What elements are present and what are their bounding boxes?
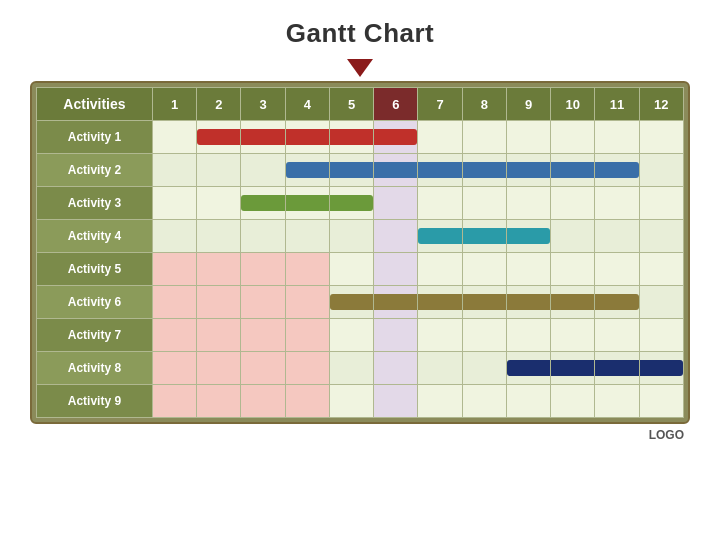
cell-1-1	[152, 154, 196, 187]
gantt-bar	[595, 294, 638, 310]
gantt-bar	[418, 228, 461, 244]
activity-label: Activity 5	[37, 253, 153, 286]
cell-3-12	[639, 220, 683, 253]
gantt-bar	[241, 129, 284, 145]
cell-3-11	[595, 220, 639, 253]
gantt-bar	[330, 195, 373, 211]
cell-0-9	[506, 121, 550, 154]
cell-3-9	[506, 220, 550, 253]
col-header-8: 8	[462, 88, 506, 121]
cell-2-10	[551, 187, 595, 220]
cell-4-11	[595, 253, 639, 286]
col-header-1: 1	[152, 88, 196, 121]
cell-8-10	[551, 385, 595, 418]
cell-7-3	[241, 352, 285, 385]
cell-8-9	[506, 385, 550, 418]
cell-2-3	[241, 187, 285, 220]
cell-1-12	[639, 154, 683, 187]
cell-1-2	[197, 154, 241, 187]
gantt-bar	[418, 162, 461, 178]
gantt-bar	[595, 360, 638, 376]
cell-5-12	[639, 286, 683, 319]
cell-0-5	[329, 121, 373, 154]
gantt-chart: Activities 123456789101112 Activity 1Act…	[30, 81, 690, 424]
cell-6-6	[374, 319, 418, 352]
cell-2-4	[285, 187, 329, 220]
cell-8-2	[197, 385, 241, 418]
gantt-bar	[197, 129, 240, 145]
gantt-bar	[551, 360, 594, 376]
table-row: Activity 4	[37, 220, 684, 253]
cell-5-9	[506, 286, 550, 319]
cell-8-5	[329, 385, 373, 418]
cell-2-8	[462, 187, 506, 220]
cell-0-11	[595, 121, 639, 154]
cell-6-2	[197, 319, 241, 352]
page-title: Gantt Chart	[286, 18, 435, 49]
gantt-bar	[463, 294, 506, 310]
cell-3-8	[462, 220, 506, 253]
cell-3-4	[285, 220, 329, 253]
gantt-bar	[507, 162, 550, 178]
cell-6-12	[639, 319, 683, 352]
cell-2-6	[374, 187, 418, 220]
cell-5-8	[462, 286, 506, 319]
col-header-6: 6	[374, 88, 418, 121]
gantt-bar	[374, 129, 417, 145]
cell-5-1	[152, 286, 196, 319]
cell-1-5	[329, 154, 373, 187]
table-row: Activity 8	[37, 352, 684, 385]
cell-0-10	[551, 121, 595, 154]
table-row: Activity 7	[37, 319, 684, 352]
col-header-9: 9	[506, 88, 550, 121]
cell-5-3	[241, 286, 285, 319]
cell-5-7	[418, 286, 462, 319]
cell-0-3	[241, 121, 285, 154]
cell-7-5	[329, 352, 373, 385]
cell-6-10	[551, 319, 595, 352]
cell-0-4	[285, 121, 329, 154]
cell-4-2	[197, 253, 241, 286]
table-row: Activity 1	[37, 121, 684, 154]
cell-7-11	[595, 352, 639, 385]
gantt-bar	[330, 162, 373, 178]
cell-1-8	[462, 154, 506, 187]
cell-0-12	[639, 121, 683, 154]
cell-3-1	[152, 220, 196, 253]
gantt-bar	[463, 228, 506, 244]
cell-2-11	[595, 187, 639, 220]
cell-3-7	[418, 220, 462, 253]
cell-8-7	[418, 385, 462, 418]
cell-7-4	[285, 352, 329, 385]
cell-7-2	[197, 352, 241, 385]
cell-6-4	[285, 319, 329, 352]
col-header-2: 2	[197, 88, 241, 121]
cell-1-3	[241, 154, 285, 187]
cell-1-7	[418, 154, 462, 187]
cell-5-2	[197, 286, 241, 319]
activity-label: Activity 4	[37, 220, 153, 253]
cell-8-8	[462, 385, 506, 418]
logo: LOGO	[30, 428, 690, 442]
cell-5-6	[374, 286, 418, 319]
cell-2-1	[152, 187, 196, 220]
activity-label: Activity 9	[37, 385, 153, 418]
cell-8-1	[152, 385, 196, 418]
table-row: Activity 6	[37, 286, 684, 319]
gantt-bar	[286, 195, 329, 211]
activity-label: Activity 6	[37, 286, 153, 319]
activity-label: Activity 8	[37, 352, 153, 385]
cell-4-5	[329, 253, 373, 286]
cell-5-5	[329, 286, 373, 319]
gantt-bar	[330, 129, 373, 145]
col-header-5: 5	[329, 88, 373, 121]
activity-label: Activity 2	[37, 154, 153, 187]
cell-4-3	[241, 253, 285, 286]
cell-0-7	[418, 121, 462, 154]
col-header-11: 11	[595, 88, 639, 121]
col-header-7: 7	[418, 88, 462, 121]
cell-0-1	[152, 121, 196, 154]
cell-3-10	[551, 220, 595, 253]
col-header-12: 12	[639, 88, 683, 121]
cell-0-8	[462, 121, 506, 154]
